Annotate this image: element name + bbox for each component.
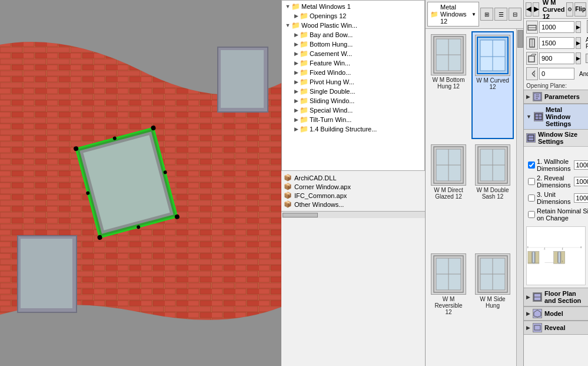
library-item-curved-12[interactable]: W M Curved 12: [471, 31, 514, 139]
parameters-section-header[interactable]: ▶ Parameters: [524, 90, 588, 104]
tree-item-building-struct[interactable]: ▶📁1.4 Building Structure...: [283, 124, 423, 134]
depth-dim-row: 900 ▶ ⬤ ◈ ✦ ◉: [524, 51, 588, 66]
svg-text:0: 0: [527, 246, 529, 249]
tree-bottom-other-windows[interactable]: 📦Other Windows...: [283, 200, 424, 209]
library-item-label: W M Bottom Hung 12: [431, 77, 466, 90]
prev-btn[interactable]: ◀: [526, 2, 531, 17]
library-item-reversible[interactable]: W M Reversible 12: [428, 250, 469, 364]
parameters-icon: [533, 92, 542, 101]
window-diagram: 0 0 2. 3.: [526, 226, 586, 285]
reveal-label: Reveal: [544, 324, 565, 331]
metal-window-section-header[interactable]: ▼ Metal Window Settings: [524, 104, 588, 130]
row1-value[interactable]: [574, 160, 588, 170]
anchor-point-label: Anchor Point:: [586, 37, 588, 50]
height-input[interactable]: 1500: [539, 37, 574, 49]
tree-item-feature-win[interactable]: ▶📁Feature Win...: [283, 58, 423, 68]
retain-label: Retain Nominal Size on Change: [537, 207, 588, 222]
angle-input[interactable]: 0: [539, 68, 574, 80]
svg-rect-76: [533, 252, 534, 262]
depth-arrow-btn[interactable]: ▶: [576, 52, 581, 64]
width-input[interactable]: 1000: [539, 21, 574, 33]
row3-value[interactable]: [574, 193, 588, 203]
tree-item-casement-w[interactable]: ▶📁Casement W...: [283, 49, 423, 58]
settings-btn[interactable]: ⚙: [566, 2, 574, 17]
anchor-label: Anchor:: [579, 71, 588, 77]
tree-container: ▼📁Metal Windows 1▶📁Openings 12▼📁Wood Pla…: [282, 1, 424, 170]
svg-rect-80: [560, 252, 562, 263]
metal-window-icon: [534, 112, 543, 121]
tree-bottom-corner-window[interactable]: 📦Corner Window.apx: [283, 182, 424, 191]
parameters-label: Parameters: [544, 93, 580, 100]
width-col-header: Width: [572, 148, 588, 157]
row2-checkbox[interactable]: [528, 178, 535, 185]
depth-input[interactable]: 900: [539, 52, 574, 64]
tree-bottom-ifc-common[interactable]: 📦IFC_Common.apx: [283, 191, 424, 200]
viewport-svg: [0, 0, 281, 366]
anchor-small-icons: ⬤ ◈ ✦ ◉: [586, 54, 588, 63]
view-btn-3[interactable]: ⊟: [509, 8, 521, 21]
width-dim-row: 1000 ▶ Flip: [524, 19, 588, 35]
svg-rect-6: [21, 239, 72, 308]
tree-item-openings-12[interactable]: ▶📁Openings 12: [283, 11, 423, 21]
flip-btn[interactable]: Flip: [574, 2, 586, 17]
opening-plane-row: Opening Plane:: [524, 81, 588, 90]
row1-checkbox[interactable]: [528, 161, 535, 169]
model-label: Model: [544, 310, 563, 317]
floor-plan-label: Floor Plan and Section: [544, 290, 586, 304]
floor-plan-section-header[interactable]: ▶ Floor Plan and Section: [524, 288, 588, 306]
svg-text:0: 0: [580, 246, 582, 249]
svg-rect-87: [534, 325, 540, 330]
width-arrow-btn[interactable]: ▶: [576, 21, 581, 33]
library-item-label: W M Curved 12: [475, 77, 510, 90]
tree-item-metal-windows-1[interactable]: ▼📁Metal Windows 1: [283, 2, 423, 11]
reveal-icon: [533, 323, 542, 332]
tree-item-pivot-hung-w[interactable]: ▶📁Pivot Hung W...: [283, 77, 423, 87]
row2-label: 2. Reveal Dimensions: [537, 174, 570, 189]
height-arrow-btn[interactable]: ▶: [576, 37, 581, 49]
anchor-ico-1[interactable]: ⬤: [586, 54, 588, 63]
svg-rect-79: [557, 252, 559, 263]
metal-window-arrow: ▼: [526, 114, 531, 120]
window-size-icon: [526, 133, 536, 143]
angle-icon: [526, 67, 538, 80]
opening-plane-label: Opening Plane:: [526, 83, 567, 89]
reveal-section-header[interactable]: ▶ Reveal: [524, 321, 588, 335]
3d-viewport[interactable]: [0, 0, 281, 366]
window-size-subsection[interactable]: Window Size Settings: [524, 130, 588, 147]
tree-item-single-double[interactable]: ▶📁Single Double...: [283, 87, 423, 96]
library-panel: 📁 Metal Windows 12 ▼ ⊞ ☰ ⊟ W M Bottom Hu…: [426, 0, 524, 366]
library-toolbar: 📁 Metal Windows 12 ▼ ⊞ ☰ ⊟: [426, 0, 523, 29]
library-item-bottom-hung[interactable]: W M Bottom Hung 12: [428, 31, 469, 139]
library-item-direct-glazed[interactable]: W M Direct Glazed 12: [428, 141, 469, 248]
tree-scroll[interactable]: ▼📁Metal Windows 1▶📁Openings 12▼📁Wood Pla…: [281, 0, 425, 171]
tree-hscroll[interactable]: [281, 211, 425, 218]
next-btn[interactable]: ▶: [533, 2, 539, 17]
svg-text:3.: 3.: [562, 248, 563, 250]
parameters-arrow: ▶: [526, 94, 530, 100]
height-icon: [526, 37, 538, 50]
row1-label: 1. Wallhole Dimensions: [537, 158, 570, 172]
tree-item-special-wind[interactable]: ▶📁Special Wind...: [283, 105, 423, 115]
view-btn-1[interactable]: ⊞: [480, 8, 493, 21]
tree-item-bay-and-bow[interactable]: ▶📁Bay and Bow...: [283, 30, 423, 39]
library-scrollbar[interactable]: [516, 29, 523, 366]
model-icon: [533, 309, 542, 318]
row2-value[interactable]: [574, 177, 588, 186]
tree-bottom-archicad-dll[interactable]: 📦ArchiCAD.DLL: [283, 173, 424, 182]
library-item-double-sash[interactable]: W M Double Sash 12: [471, 141, 514, 248]
tree-item-sliding-windo[interactable]: ▶📁Sliding Windo...: [283, 96, 423, 105]
tree-bottom: 📦ArchiCAD.DLL📦Corner Window.apx📦IFC_Comm…: [281, 171, 425, 211]
svg-rect-52: [529, 56, 534, 62]
tree-item-tilt-turn-win[interactable]: ▶📁Tilt-Turn Win...: [283, 115, 423, 124]
library-item-side-hung[interactable]: W M Side Hung: [471, 250, 514, 364]
tree-item-bottom-hung[interactable]: ▶📁Bottom Hung...: [283, 39, 423, 49]
view-btn-2[interactable]: ☰: [494, 8, 507, 21]
svg-rect-74: [531, 252, 533, 263]
library-folder-dropdown[interactable]: 📁 Metal Windows 12 ▼: [427, 2, 479, 27]
row3-checkbox[interactable]: [528, 194, 535, 202]
retain-checkbox[interactable]: [528, 211, 535, 218]
tree-item-wood-plastic-win[interactable]: ▼📁Wood Plastic Win...: [283, 21, 423, 30]
tree-item-fixed-windo[interactable]: ▶📁Fixed Windo...: [283, 68, 423, 77]
model-section-header[interactable]: ▶ Model: [524, 306, 588, 321]
library-content: W M Bottom Hung 12 W M Curved 12 W M Dir…: [426, 29, 516, 366]
